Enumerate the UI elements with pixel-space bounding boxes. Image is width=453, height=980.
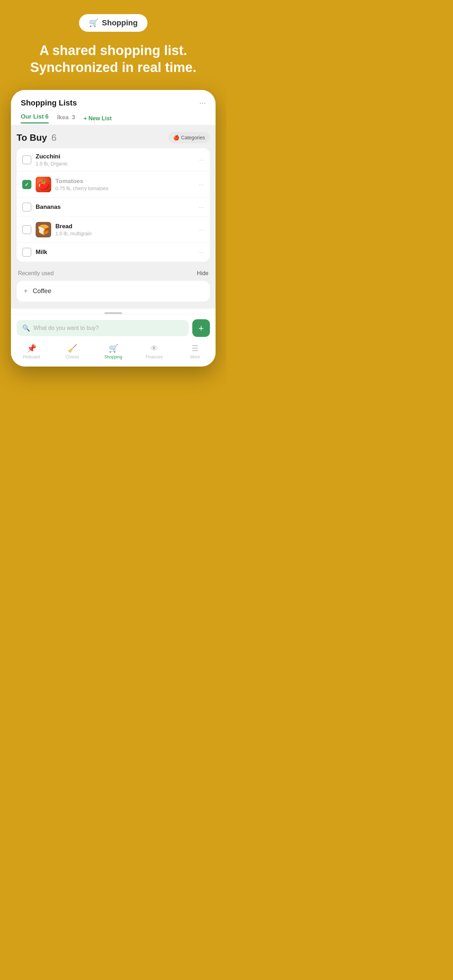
hero-text: A shared shopping list. Synchronized in … — [14, 42, 212, 76]
nav-item-more[interactable]: ☰ More — [181, 344, 209, 360]
item-detail: 1.0 lb, multigrain — [56, 231, 195, 236]
bottom-nav: 📌 Pinboard 🧹 Chores 🛒 Shopping 👁 Finance… — [11, 340, 216, 366]
nav-label-pinboard: Pinboard — [23, 355, 40, 360]
item-more-button[interactable]: ··· — [199, 204, 204, 211]
finances-icon: 👁 — [150, 344, 158, 353]
item-checkbox-milk[interactable] — [22, 248, 32, 257]
categories-button[interactable]: 🍎 Categories — [168, 132, 210, 143]
item-more-button[interactable]: ··· — [199, 226, 204, 234]
nav-label-more: More — [190, 355, 200, 360]
nav-item-shopping[interactable]: 🛒 Shopping — [99, 344, 127, 360]
search-input-wrap[interactable]: 🔍 What do you want to buy? — [17, 320, 189, 336]
item-row: Tomatoes 0.75 lb, cherry tomatoes ··· — [17, 172, 210, 197]
item-more-button[interactable]: ··· — [199, 156, 204, 164]
nav-item-chores[interactable]: 🧹 Chores — [58, 344, 86, 360]
phone-frame: Shopping Lists ··· Our List6 Ikea 3 + Ne… — [11, 90, 216, 366]
item-info-bread: Bread 1.0 lb, multigrain — [56, 223, 195, 236]
tab-new-list[interactable]: + New List — [84, 115, 112, 122]
hide-button[interactable]: Hide — [197, 270, 208, 277]
tobuy-title-group: To Buy 6 — [17, 132, 56, 143]
recent-plus-icon: + — [24, 287, 28, 295]
tab-ikea[interactable]: Ikea 3 — [57, 114, 75, 123]
item-image-bread — [36, 222, 51, 237]
recently-used-header: Recently used Hide — [17, 269, 210, 281]
item-row: Zucchini 1.0 lb, Organic ··· — [17, 148, 210, 172]
tabs-bar: Our List6 Ikea 3 + New List — [21, 113, 206, 125]
item-name: Milk — [36, 249, 195, 256]
categories-label: Categories — [181, 135, 205, 140]
item-row: Bananas ··· — [17, 197, 210, 217]
tobuy-count: 6 — [51, 132, 56, 143]
chores-icon: 🧹 — [68, 344, 77, 353]
pinboard-icon: 📌 — [27, 344, 37, 353]
nav-label-chores: Chores — [66, 355, 79, 360]
item-name: Tomatoes — [56, 178, 195, 185]
recent-item-name: Coffee — [33, 288, 51, 295]
item-info-zucchini: Zucchini 1.0 lb, Organic — [36, 153, 195, 167]
item-more-button[interactable]: ··· — [199, 249, 204, 256]
menu-dots-button[interactable]: ··· — [199, 99, 206, 108]
item-image-tomatoes — [36, 177, 51, 192]
badge-label: Shopping — [102, 18, 138, 27]
tobuy-title: To Buy — [17, 132, 47, 143]
phone-header: Shopping Lists ··· Our List6 Ikea 3 + Ne… — [11, 90, 216, 125]
more-icon: ☰ — [192, 344, 199, 353]
item-info-milk: Milk — [36, 249, 195, 256]
recently-used-label: Recently used — [18, 270, 54, 277]
main-content: To Buy 6 🍎 Categories Zucchini 1.0 lb, O… — [11, 125, 216, 309]
item-detail: 1.0 lb, Organic — [36, 161, 195, 167]
shopping-badge: 🛒 Shopping — [79, 14, 148, 32]
item-checkbox-bread[interactable] — [22, 225, 32, 234]
bottom-search-bar: 🔍 What do you want to buy? + — [11, 314, 216, 340]
item-checkbox-bananas[interactable] — [22, 202, 32, 212]
page-title: Shopping Lists — [21, 99, 77, 108]
shopping-items-card: Zucchini 1.0 lb, Organic ··· Tomatoes 0.… — [17, 148, 210, 262]
shopping-icon: 🛒 — [109, 344, 118, 353]
item-info-tomatoes: Tomatoes 0.75 lb, cherry tomatoes — [56, 178, 195, 191]
item-row: Milk ··· — [17, 243, 210, 262]
item-checkbox-zucchini[interactable] — [22, 155, 32, 164]
add-item-button[interactable]: + — [192, 319, 210, 337]
cart-icon: 🛒 — [89, 18, 99, 27]
nav-item-finances[interactable]: 👁 Finances — [140, 344, 168, 360]
item-name: Bananas — [36, 204, 195, 211]
item-info-bananas: Bananas — [36, 204, 195, 211]
item-row: Bread 1.0 lb, multigrain ··· — [17, 217, 210, 243]
item-checkbox-tomatoes[interactable] — [22, 180, 32, 189]
item-name: Bread — [56, 223, 195, 230]
item-more-button[interactable]: ··· — [199, 181, 204, 188]
item-detail: 0.75 lb, cherry tomatoes — [56, 186, 195, 191]
tab-our-list[interactable]: Our List6 — [21, 113, 49, 124]
add-icon: + — [198, 323, 203, 332]
categories-icon: 🍎 — [173, 135, 179, 140]
search-input[interactable]: What do you want to buy? — [33, 325, 99, 331]
nav-label-finances: Finances — [146, 355, 163, 360]
item-name: Zucchini — [36, 153, 195, 160]
nav-item-pinboard[interactable]: 📌 Pinboard — [17, 344, 46, 360]
nav-label-shopping: Shopping — [105, 355, 122, 360]
phone-header-top: Shopping Lists ··· — [21, 99, 206, 108]
search-icon: 🔍 — [22, 324, 30, 332]
recent-item-coffee[interactable]: + Coffee — [17, 281, 210, 302]
tobuy-header: To Buy 6 🍎 Categories — [17, 132, 210, 143]
